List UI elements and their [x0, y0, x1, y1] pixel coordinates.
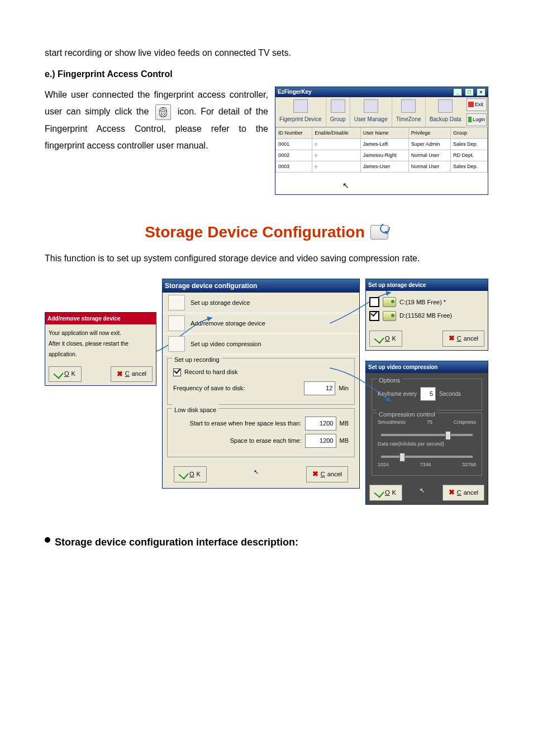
toolbar-backup-data[interactable]: Backup Data: [426, 97, 465, 127]
minimize-button[interactable]: _: [453, 88, 462, 96]
comp-cancel-button[interactable]: ✖Cancel: [442, 485, 484, 501]
frequency-label: Frequency of save to disk:: [173, 382, 301, 394]
check-icon: [374, 334, 384, 344]
keyframe-input[interactable]: 5: [420, 387, 436, 401]
drive-icon: [383, 311, 396, 321]
setup-recording-group: Set up recording Record to hard disk Fre…: [167, 358, 355, 405]
keyframe-label: Keyframe every: [378, 389, 417, 399]
x-icon: ✖: [312, 467, 318, 481]
user-manage-icon: [364, 99, 378, 113]
erase-amount-input[interactable]: 1200: [305, 434, 336, 448]
toolbar-user-manage[interactable]: User Manage: [350, 97, 392, 127]
compression-control-legend: Compression control: [377, 409, 437, 420]
addremove-title: Add/remove storage device: [45, 313, 156, 324]
group-icon: [331, 99, 345, 113]
drive-d-checkbox[interactable]: [369, 311, 379, 321]
login-button[interactable]: Login: [467, 113, 487, 126]
video-compression-dialog: Set up video compression Options Keyfram…: [365, 361, 488, 505]
maincfg-cancel-button[interactable]: ✖Cancel: [306, 466, 348, 482]
erase-threshold-unit: MB: [340, 418, 349, 429]
setup-storage-icon: [168, 295, 185, 310]
frequency-unit: Min: [339, 382, 349, 394]
col-id[interactable]: ID Number: [276, 127, 312, 138]
datarate-label: Data rate(Kilobits per second): [378, 439, 476, 449]
bullet-heading: Storage device configuration interface d…: [55, 533, 298, 552]
ezfingerkey-window: EzFingerKey _ □ × Figerprint Device Grou…: [275, 87, 488, 195]
rate-mid: 7346: [420, 460, 431, 470]
users-table: ID Number Enable/Disable User Name Privi…: [275, 127, 488, 173]
record-to-disk-label: Record to hard disk: [184, 366, 237, 378]
storage-config-title: Storage device configuration: [163, 279, 359, 293]
setup-storage-device-item[interactable]: Set up storage device: [163, 293, 359, 313]
backup-data-icon: [438, 99, 453, 113]
quality-slider[interactable]: [381, 434, 473, 436]
cursor-icon: ↖: [420, 485, 425, 501]
addremove-msg2: After it closes, please restart the appl…: [49, 338, 153, 360]
addremove-ok-button[interactable]: OOKK: [49, 366, 82, 382]
exit-button[interactable]: Exit: [467, 98, 487, 111]
drive-c-row[interactable]: C:(19 MB Free) *: [369, 296, 484, 308]
setup-storage-dialog: Set up storage device C:(19 MB Free) * D…: [365, 279, 488, 351]
table-row[interactable]: 0001○James-LeftSuper AdminSales Dep.: [276, 139, 488, 150]
toolbar-timezone[interactable]: TimeZone: [392, 97, 426, 127]
toolbar-group[interactable]: Group: [326, 97, 350, 127]
setup-video-compression-item[interactable]: Set up video compression: [163, 334, 359, 355]
drive-icon: [383, 297, 396, 307]
datarate-slider[interactable]: [381, 456, 473, 458]
addremove-dialog: Add/remove storage device Your applicati…: [45, 312, 156, 386]
setup-recording-legend: Set up recording: [172, 354, 222, 366]
storage-ok-button[interactable]: OK: [369, 331, 402, 347]
drive-d-row[interactable]: D:(11582 MB Free): [369, 310, 484, 322]
addremove-cancel-button[interactable]: ✖Cancel: [111, 366, 153, 382]
cursor-icon: ↖: [342, 178, 488, 193]
setup-storage-title: Set up storage device: [366, 279, 488, 291]
low-disk-space-group: Low disk space Start to erase when free …: [167, 408, 355, 457]
options-legend: Options: [377, 375, 402, 386]
addremove-msg1: Your application will now exit.: [49, 328, 153, 338]
record-to-disk-checkbox[interactable]: [173, 369, 181, 376]
table-row[interactable]: 0003○James-UserNormal UserSales Dep.: [276, 161, 488, 173]
comp-ok-button[interactable]: OK: [369, 485, 402, 501]
frequency-input[interactable]: 12: [304, 381, 335, 395]
rate-high: 32768: [462, 460, 476, 470]
video-compression-icon: [168, 336, 185, 352]
drive-c-checkbox[interactable]: [369, 297, 379, 307]
timezone-icon: [401, 99, 416, 113]
erase-threshold-label: Start to erase when free space less than…: [173, 418, 302, 429]
fingerprint-device-icon: [293, 99, 308, 113]
video-compression-title: Set up video compression: [366, 361, 488, 373]
intro-text: start recording or show live video feeds…: [45, 45, 488, 61]
maximize-button[interactable]: □: [465, 88, 474, 96]
col-username[interactable]: User Name: [360, 127, 408, 138]
storage-heading-icon: [370, 225, 388, 240]
storage-heading: Storage Device Configuration: [145, 217, 365, 247]
erase-threshold-input[interactable]: 1200: [305, 417, 336, 430]
drive-c-label: C:(19 MB Free) *: [399, 296, 446, 308]
maincfg-ok-button[interactable]: OK: [174, 466, 207, 482]
storage-cancel-button[interactable]: ✖Cancel: [442, 331, 484, 347]
addremove-storage-icon: [168, 315, 185, 331]
check-icon: [53, 369, 63, 379]
col-enable[interactable]: Enable/Disable: [312, 127, 361, 138]
keyframe-unit: Seconds: [439, 389, 461, 399]
bullet-icon: [45, 537, 50, 543]
toolbar-fingerprint-device[interactable]: Figerprint Device: [275, 97, 326, 127]
heading-paragraph: This function is to set up system config…: [45, 250, 488, 267]
check-icon: [374, 487, 384, 497]
erase-amount-label: Space to erase each time:: [173, 435, 302, 447]
close-button[interactable]: ×: [477, 88, 486, 96]
low-disk-legend: Low disk space: [172, 404, 218, 416]
addremove-storage-device-item[interactable]: Add/remove storage device: [163, 313, 359, 334]
rate-low: 1024: [378, 460, 389, 470]
cursor-icon: ↖: [254, 466, 259, 482]
x-icon: ✖: [449, 332, 455, 346]
col-group[interactable]: Group: [451, 127, 488, 138]
table-row[interactable]: 0002○Jamesxu-RightNormal UserRD Dept.: [276, 150, 488, 161]
fingerprint-icon[interactable]: [155, 104, 171, 120]
x-icon: ✖: [449, 486, 455, 500]
erase-amount-unit: MB: [340, 435, 349, 447]
col-privilege[interactable]: Privilege: [408, 127, 450, 138]
crispness-label: Crispness: [454, 418, 476, 427]
check-icon: [178, 469, 188, 479]
ezfingerkey-title: EzFingerKey: [278, 87, 312, 97]
